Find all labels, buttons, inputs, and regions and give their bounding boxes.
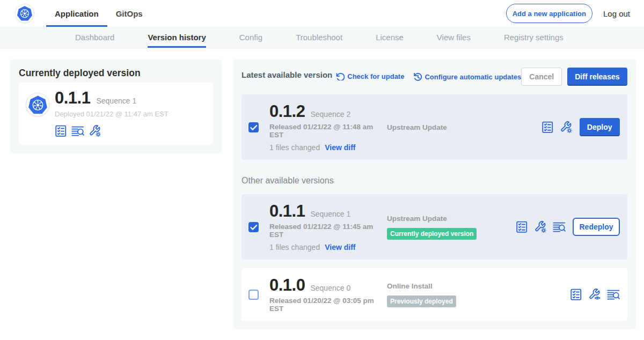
version-number: 0.1.2 bbox=[269, 102, 305, 121]
released-timestamp: Released 01/21/22 @ 11:48 am EST bbox=[269, 123, 375, 139]
check-icon bbox=[249, 123, 258, 132]
latest-available-title: Latest available version bbox=[241, 70, 332, 80]
version-source-label: Upstream Update bbox=[387, 215, 516, 223]
subnav-version-history[interactable]: Version history bbox=[148, 27, 206, 48]
preflight-checks-icon[interactable] bbox=[570, 289, 582, 301]
config-gear-icon[interactable] bbox=[89, 124, 101, 137]
version-row-0-1-0: 0.1.0 Sequence 0 Released 01/20/22 @ 03:… bbox=[241, 268, 627, 321]
subnav-dashboard[interactable]: Dashboard bbox=[75, 27, 114, 48]
check-icon bbox=[249, 223, 258, 232]
deployed-timestamp: Deployed 01/21/22 @ 11:47 am EST bbox=[55, 110, 169, 118]
main-content: Currently deployed version 0.1.1 Sequenc… bbox=[0, 48, 644, 329]
refresh-icon bbox=[336, 72, 345, 80]
cancel-button[interactable]: Cancel bbox=[521, 68, 562, 86]
deployed-version-number: 0.1.1 bbox=[55, 89, 90, 107]
subnav-view-files[interactable]: View files bbox=[437, 27, 471, 48]
version-number: 0.1.1 bbox=[269, 202, 305, 220]
view-diff-link[interactable]: View diff bbox=[325, 143, 355, 152]
currently-deployed-panel: Currently deployed version 0.1.1 Sequenc… bbox=[10, 59, 222, 153]
released-timestamp: Released 01/21/22 @ 11:45 am EST bbox=[269, 223, 375, 239]
currently-deployed-title: Currently deployed version bbox=[19, 68, 213, 78]
config-gear-icon[interactable] bbox=[534, 220, 547, 233]
currently-deployed-card: 0.1.1 Sequence 1 Deployed 01/21/22 @ 11:… bbox=[19, 82, 213, 145]
available-versions-panel: Latest available version Check for updat… bbox=[233, 59, 636, 329]
available-header: Latest available version Check for updat… bbox=[241, 68, 627, 86]
release-notes-icon[interactable] bbox=[71, 125, 84, 137]
sequence-label: Sequence 2 bbox=[310, 110, 350, 119]
files-changed-label: 1 files changed bbox=[269, 143, 320, 152]
files-changed-label: 1 files changed bbox=[269, 243, 320, 252]
kubernetes-logo-icon bbox=[17, 5, 33, 21]
version-row-0-1-2: 0.1.2 Sequence 2 Released 01/21/22 @ 11:… bbox=[241, 94, 627, 160]
deployed-app-logo bbox=[26, 93, 49, 116]
config-gear-icon[interactable] bbox=[560, 121, 573, 134]
deployed-sequence-label: Sequence 1 bbox=[96, 97, 136, 105]
top-navbar: Application GitOps Add a new application… bbox=[0, 0, 644, 27]
redeploy-button[interactable]: Redeploy bbox=[573, 218, 619, 236]
release-notes-icon[interactable] bbox=[553, 221, 566, 233]
deploy-button[interactable]: Deploy bbox=[580, 118, 620, 136]
configure-automatic-updates-link[interactable]: Configure automatic updates bbox=[413, 72, 521, 81]
preflight-checks-icon[interactable] bbox=[55, 125, 67, 137]
version-checkbox[interactable] bbox=[248, 122, 259, 132]
released-timestamp: Released 01/20/22 @ 03:05 pm EST bbox=[269, 297, 375, 313]
version-source-label: Upstream Update bbox=[387, 123, 541, 131]
version-source-label: Online Install bbox=[387, 282, 570, 290]
app-logo bbox=[15, 4, 34, 23]
sequence-label: Sequence 0 bbox=[310, 284, 350, 292]
add-application-button[interactable]: Add a new application bbox=[506, 4, 592, 23]
previously-deployed-badge: Previously deployed bbox=[387, 295, 456, 307]
tab-gitops[interactable]: GitOps bbox=[107, 0, 151, 27]
logout-link[interactable]: Log out bbox=[603, 9, 630, 18]
top-nav-tabs: Application GitOps bbox=[46, 0, 151, 27]
kubernetes-logo-icon bbox=[28, 95, 48, 115]
view-diff-link[interactable]: View diff bbox=[325, 243, 355, 252]
version-row-0-1-1: 0.1.1 Sequence 1 Released 01/21/22 @ 11:… bbox=[241, 194, 627, 260]
version-checkbox[interactable] bbox=[248, 290, 259, 300]
subnav-troubleshoot[interactable]: Troubleshoot bbox=[296, 27, 342, 48]
preflight-checks-icon[interactable] bbox=[541, 121, 554, 134]
version-number: 0.1.0 bbox=[269, 276, 305, 294]
app-subnav: Dashboard Version history Config Trouble… bbox=[0, 27, 644, 48]
config-eye-icon[interactable] bbox=[588, 288, 601, 301]
release-notes-icon[interactable] bbox=[607, 289, 620, 300]
diff-releases-button[interactable]: Diff releases bbox=[567, 68, 627, 86]
other-available-title: Other available versions bbox=[241, 175, 627, 186]
preflight-checks-icon[interactable] bbox=[516, 221, 528, 233]
tab-application[interactable]: Application bbox=[46, 0, 107, 27]
subnav-registry-settings[interactable]: Registry settings bbox=[504, 27, 564, 48]
subnav-license[interactable]: License bbox=[376, 27, 404, 48]
auto-update-clock-icon bbox=[413, 72, 422, 81]
currently-deployed-badge: Currently deployed version bbox=[387, 228, 477, 240]
subnav-config[interactable]: Config bbox=[239, 27, 262, 48]
sequence-label: Sequence 1 bbox=[310, 210, 350, 218]
check-for-update-link[interactable]: Check for update bbox=[336, 72, 404, 80]
version-checkbox[interactable] bbox=[248, 222, 259, 232]
